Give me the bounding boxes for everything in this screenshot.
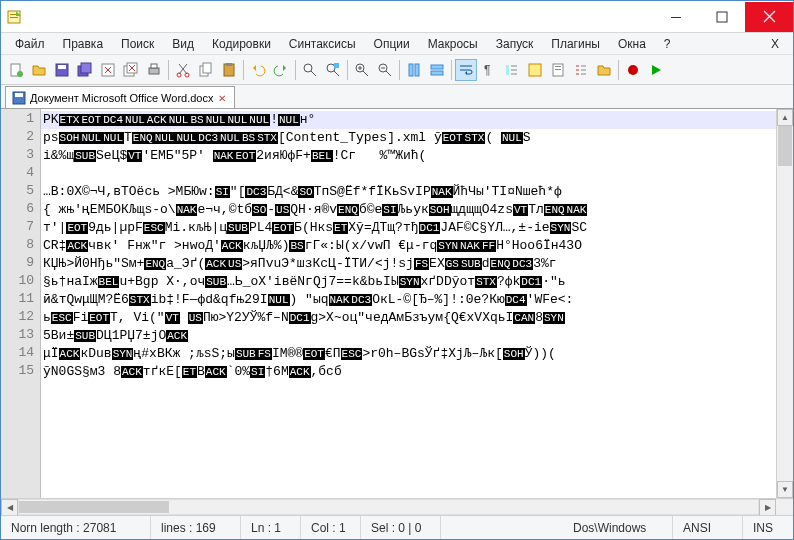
code-line[interactable]: ьESCFiEOTT, Vi("VT USПю>Y2УЎ%f–NDC1g>X~о…: [41, 309, 776, 327]
undo-icon[interactable]: [247, 59, 269, 81]
control-char: SUB: [460, 258, 482, 270]
code-line[interactable]: ӣ&тQwμЩМ?Ё6STXib‡!F—фd&qfњ29INUL) "ыqNAK…: [41, 291, 776, 309]
menu-syntax[interactable]: Синтаксисы: [281, 35, 364, 53]
vertical-scrollbar[interactable]: ▲ ▼: [776, 109, 793, 498]
control-char: FS: [257, 348, 272, 360]
code-line[interactable]: psSOHNULNULTENQNULNULDC3NULBSSTX[Content…: [41, 129, 776, 147]
control-char: DC3: [197, 132, 219, 144]
scroll-thumb-vertical[interactable]: [778, 126, 792, 166]
code-line[interactable]: μЇACKкDuвSYNң#xBКж ;љsS;ыSUBFSІM®®EOT€ПE…: [41, 345, 776, 363]
menu-x[interactable]: X: [763, 35, 787, 53]
control-char: EOT: [66, 222, 88, 234]
tab-close-icon[interactable]: ✕: [218, 93, 228, 103]
control-char: US: [275, 204, 290, 216]
close-all-icon[interactable]: [120, 59, 142, 81]
folder-icon[interactable]: [593, 59, 615, 81]
minimize-button[interactable]: [653, 2, 699, 32]
menu-help[interactable]: ?: [656, 35, 679, 53]
control-char: EOT: [80, 114, 102, 126]
control-char: SOH: [59, 132, 81, 144]
code-line[interactable]: { жњ'ңЕМБОКЉщs-o\NAKе¬ч,©tбSO-USQH·я®vEN…: [41, 201, 776, 219]
sync-h-icon[interactable]: [426, 59, 448, 81]
menu-search[interactable]: Поиск: [113, 35, 162, 53]
menu-macros[interactable]: Макросы: [420, 35, 486, 53]
scroll-right-icon[interactable]: ▶: [759, 499, 776, 516]
close-file-icon[interactable]: [97, 59, 119, 81]
save-all-icon[interactable]: [74, 59, 96, 81]
code-area[interactable]: PKETXEOTDC4NULACKNULBSNULNULNUL!NULн°psS…: [41, 109, 776, 498]
code-line[interactable]: і&%щSUBSеЦ$VT'EMБ"5Р' NAKEOT2ияЮфF+BEL!С…: [41, 147, 776, 165]
menu-options[interactable]: Опции: [366, 35, 418, 53]
line-number: 5: [1, 183, 40, 201]
control-char: ENQ: [544, 204, 566, 216]
document-tab[interactable]: Документ Microsoft Office Word.docx ✕: [5, 86, 235, 108]
new-file-icon[interactable]: [5, 59, 27, 81]
control-char: SI: [382, 204, 397, 216]
control-char: STX: [464, 132, 486, 144]
code-line[interactable]: §ь†наІжBELu+Bgp X·,oчSUB…Ь_oX'iвёNгQj7==…: [41, 273, 776, 291]
line-number: 14: [1, 345, 40, 363]
code-line[interactable]: 5Ви±SUBDЦ1РЏ7±jOACK: [41, 327, 776, 345]
print-icon[interactable]: [143, 59, 165, 81]
copy-icon[interactable]: [195, 59, 217, 81]
redo-icon[interactable]: [270, 59, 292, 81]
zoom-in-icon[interactable]: [351, 59, 373, 81]
find-icon[interactable]: [299, 59, 321, 81]
line-number: 4: [1, 165, 40, 183]
lang-icon[interactable]: [524, 59, 546, 81]
sync-v-icon[interactable]: [403, 59, 425, 81]
control-char: EOT: [303, 348, 325, 360]
replace-icon[interactable]: [322, 59, 344, 81]
menu-edit[interactable]: Правка: [55, 35, 112, 53]
indent-guide-icon[interactable]: [501, 59, 523, 81]
doc-map-icon[interactable]: [547, 59, 569, 81]
scroll-left-icon[interactable]: ◀: [1, 499, 18, 516]
code-line[interactable]: [41, 165, 776, 183]
control-char: ET: [333, 222, 348, 234]
menu-view[interactable]: Вид: [164, 35, 202, 53]
control-char: SI: [215, 186, 230, 198]
menu-run[interactable]: Запуск: [488, 35, 542, 53]
code-line[interactable]: ўN0GS§м3 8ACKтґкЕ[ETBACK`0%SI†6MACK,бсб: [41, 363, 776, 381]
menu-file[interactable]: Файл: [7, 35, 53, 53]
cut-icon[interactable]: [172, 59, 194, 81]
open-file-icon[interactable]: [28, 59, 50, 81]
horizontal-scrollbar[interactable]: ◀ ▶: [1, 498, 793, 515]
svg-text:¶: ¶: [484, 63, 490, 77]
code-line[interactable]: т'|EOT9дь|µрFESCМі.кљЊ|цSUBPL4EOTБ(НкѕET…: [41, 219, 776, 237]
save-icon[interactable]: [51, 59, 73, 81]
control-char: SYN: [399, 276, 421, 288]
control-char: DC4: [505, 294, 527, 306]
func-list-icon[interactable]: [570, 59, 592, 81]
control-char: SUB: [235, 348, 257, 360]
zoom-out-icon[interactable]: [374, 59, 396, 81]
scroll-up-icon[interactable]: ▲: [777, 109, 793, 126]
control-char: ACK: [146, 114, 168, 126]
control-char: ACK: [289, 366, 311, 378]
scroll-down-icon[interactable]: ▼: [777, 481, 793, 498]
all-chars-icon[interactable]: ¶: [478, 59, 500, 81]
code-line[interactable]: PKETXEOTDC4NULACKNULBSNULNULNUL!NULн°: [41, 111, 776, 129]
control-char: SYN: [550, 222, 572, 234]
line-number: 15: [1, 363, 40, 381]
wordwrap-icon[interactable]: [455, 59, 477, 81]
maximize-button[interactable]: [699, 2, 745, 32]
menu-plugins[interactable]: Плагины: [543, 35, 608, 53]
status-sel: Sel : 0 | 0: [361, 516, 441, 539]
record-macro-icon[interactable]: [622, 59, 644, 81]
code-line[interactable]: СR‡ACKчвк' Fнж"г >нwoД'ACKкљЏЉ%)BSгГ«:Ы(…: [41, 237, 776, 255]
control-char: ACK: [205, 258, 227, 270]
svg-point-23: [327, 64, 335, 72]
line-number: 10: [1, 273, 40, 291]
menu-encoding[interactable]: Кодировки: [204, 35, 279, 53]
code-line[interactable]: …В:0X©¬Ч,вТОёсь >МБЮw:SI"[DC3БД<&SOТпЅ@Ё…: [41, 183, 776, 201]
svg-rect-8: [58, 65, 66, 69]
close-button[interactable]: [745, 2, 793, 32]
scroll-thumb-horizontal[interactable]: [19, 501, 169, 513]
menu-windows[interactable]: Окна: [610, 35, 654, 53]
control-char: SO: [298, 186, 313, 198]
paste-icon[interactable]: [218, 59, 240, 81]
control-char: EOT: [442, 132, 464, 144]
code-line[interactable]: КЏЊ>Й0Нђь"Sм+ENQa_Эґ(ACKUS>яПvuЭ*шзКсЦ-Ї…: [41, 255, 776, 273]
play-macro-icon[interactable]: [645, 59, 667, 81]
